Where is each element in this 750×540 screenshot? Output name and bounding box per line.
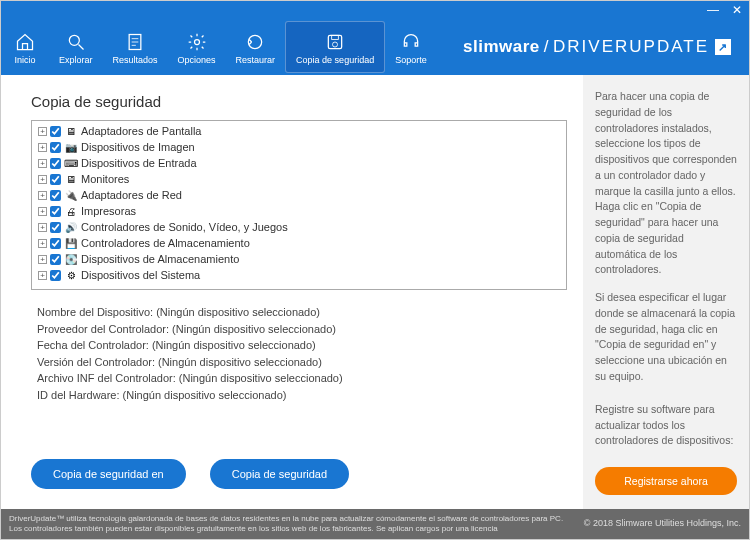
device-icon: 🔌 xyxy=(64,188,78,202)
detail-value: (Ningún dispositivo seleccionado) xyxy=(179,370,343,387)
detail-value: (Ningún dispositivo seleccionado) xyxy=(158,354,322,371)
restore-icon xyxy=(244,31,266,53)
expand-icon[interactable]: + xyxy=(38,271,47,280)
tree-row[interactable]: +⚙Dispositivos del Sistema xyxy=(34,267,564,283)
tree-checkbox[interactable] xyxy=(50,126,61,137)
detail-key: Fecha del Controlador: xyxy=(37,337,149,354)
detail-value: (Ningún dispositivo seleccionado) xyxy=(152,337,316,354)
nav-opciones[interactable]: Opciones xyxy=(168,19,226,75)
search-icon xyxy=(65,31,87,53)
home-icon xyxy=(14,31,36,53)
minimize-button[interactable]: — xyxy=(707,4,719,16)
device-icon: ⌨ xyxy=(64,156,78,170)
nav-resultados[interactable]: Resultados xyxy=(103,19,168,75)
register-button[interactable]: Registrarse ahora xyxy=(595,467,737,495)
nav-inicio[interactable]: Inicio xyxy=(1,19,49,75)
footer: DriverUpdate™ utiliza tecnología galardo… xyxy=(1,509,749,539)
device-icon: 🔊 xyxy=(64,220,78,234)
register-section: Registre su software para actualizar tod… xyxy=(595,402,737,495)
tree-label: Controladores de Almacenamiento xyxy=(81,237,250,249)
header: Inicio Explorar Resultados Opciones Rest… xyxy=(1,19,749,75)
tree-checkbox[interactable] xyxy=(50,222,61,233)
tree-row[interactable]: +📷Dispositivos de Imagen xyxy=(34,139,564,155)
svg-point-10 xyxy=(333,42,338,47)
tree-checkbox[interactable] xyxy=(50,142,61,153)
tree-checkbox[interactable] xyxy=(50,190,61,201)
backup-in-button[interactable]: Copia de seguridad en xyxy=(31,459,186,489)
body: Copia de seguridad +🖥Adaptadores de Pant… xyxy=(1,75,749,509)
nav-label: Explorar xyxy=(59,55,93,65)
action-buttons: Copia de seguridad en Copia de seguridad xyxy=(31,451,567,501)
detail-value: (Ningún dispositivo seleccionado) xyxy=(172,321,336,338)
tree-row[interactable]: +🖥Monitores xyxy=(34,171,564,187)
expand-icon[interactable]: + xyxy=(38,207,47,216)
tree-row[interactable]: +🔌Adaptadores de Red xyxy=(34,187,564,203)
register-text: Registre su software para actualizar tod… xyxy=(595,402,737,449)
detail-value: (Ningún dispositivo seleccionado) xyxy=(123,387,287,404)
detail-key: Versión del Controlador: xyxy=(37,354,155,371)
tree-label: Adaptadores de Red xyxy=(81,189,182,201)
expand-icon[interactable]: + xyxy=(38,239,47,248)
help-text-2: Si desea especificar el lugar donde se a… xyxy=(595,290,737,385)
nav-copia[interactable]: Copia de seguridad xyxy=(285,21,385,73)
app-window: — ✕ Inicio Explorar Resultados Opciones xyxy=(0,0,750,540)
close-button[interactable]: ✕ xyxy=(731,4,743,16)
tree-label: Dispositivos del Sistema xyxy=(81,269,200,281)
device-icon: 🖨 xyxy=(64,204,78,218)
expand-icon[interactable]: + xyxy=(38,127,47,136)
device-icon: 🖥 xyxy=(64,172,78,186)
tree-label: Impresoras xyxy=(81,205,136,217)
tree-checkbox[interactable] xyxy=(50,158,61,169)
svg-line-1 xyxy=(78,44,83,49)
footer-disclaimer: DriverUpdate™ utiliza tecnología galardo… xyxy=(9,514,584,535)
detail-key: Archivo INF del Controlador: xyxy=(37,370,176,387)
expand-icon[interactable]: + xyxy=(38,191,47,200)
expand-icon[interactable]: + xyxy=(38,223,47,232)
nav-label: Soporte xyxy=(395,55,427,65)
device-icon: ⚙ xyxy=(64,268,78,282)
tree-row[interactable]: +🖨Impresoras xyxy=(34,203,564,219)
tree-checkbox[interactable] xyxy=(50,270,61,281)
brand-name-2: DRIVERUPDATE xyxy=(553,37,709,57)
device-icon: 💽 xyxy=(64,252,78,266)
gear-icon xyxy=(186,31,208,53)
tree-label: Monitores xyxy=(81,173,129,185)
titlebar: — ✕ xyxy=(1,1,749,19)
backup-icon xyxy=(324,31,346,53)
launch-icon[interactable]: ↗ xyxy=(715,39,731,55)
tree-row[interactable]: +🔊Controladores de Sonido, Vídeo, y Jueg… xyxy=(34,219,564,235)
tree-checkbox[interactable] xyxy=(50,206,61,217)
device-tree[interactable]: +🖥Adaptadores de Pantalla+📷Dispositivos … xyxy=(31,120,567,290)
main-panel: Copia de seguridad +🖥Adaptadores de Pant… xyxy=(1,75,583,509)
tree-row[interactable]: +🖥Adaptadores de Pantalla xyxy=(34,123,564,139)
expand-icon[interactable]: + xyxy=(38,159,47,168)
svg-point-6 xyxy=(194,39,199,44)
device-icon: 📷 xyxy=(64,140,78,154)
headset-icon xyxy=(400,31,422,53)
nav-label: Resultados xyxy=(113,55,158,65)
nav-explorar[interactable]: Explorar xyxy=(49,19,103,75)
expand-icon[interactable]: + xyxy=(38,255,47,264)
document-icon xyxy=(124,31,146,53)
footer-copyright: © 2018 Slimware Utilities Holdings, Inc. xyxy=(584,518,741,530)
nav-label: Restaurar xyxy=(236,55,276,65)
nav: Inicio Explorar Resultados Opciones Rest… xyxy=(1,19,437,75)
nav-label: Copia de seguridad xyxy=(296,55,374,65)
tree-checkbox[interactable] xyxy=(50,238,61,249)
tree-row[interactable]: +⌨Dispositivos de Entrada xyxy=(34,155,564,171)
backup-button[interactable]: Copia de seguridad xyxy=(210,459,349,489)
tree-checkbox[interactable] xyxy=(50,254,61,265)
device-icon: 🖥 xyxy=(64,124,78,138)
tree-label: Adaptadores de Pantalla xyxy=(81,125,201,137)
tree-row[interactable]: +💽Dispositivos de Almacenamiento xyxy=(34,251,564,267)
nav-restaurar[interactable]: Restaurar xyxy=(226,19,286,75)
detail-value: (Ningún dispositivo seleccionado) xyxy=(156,304,320,321)
detail-key: Proveedor del Controlador: xyxy=(37,321,169,338)
expand-icon[interactable]: + xyxy=(38,175,47,184)
tree-label: Dispositivos de Imagen xyxy=(81,141,195,153)
expand-icon[interactable]: + xyxy=(38,143,47,152)
tree-row[interactable]: +💾Controladores de Almacenamiento xyxy=(34,235,564,251)
tree-checkbox[interactable] xyxy=(50,174,61,185)
tree-label: Dispositivos de Almacenamiento xyxy=(81,253,239,265)
nav-soporte[interactable]: Soporte xyxy=(385,19,437,75)
